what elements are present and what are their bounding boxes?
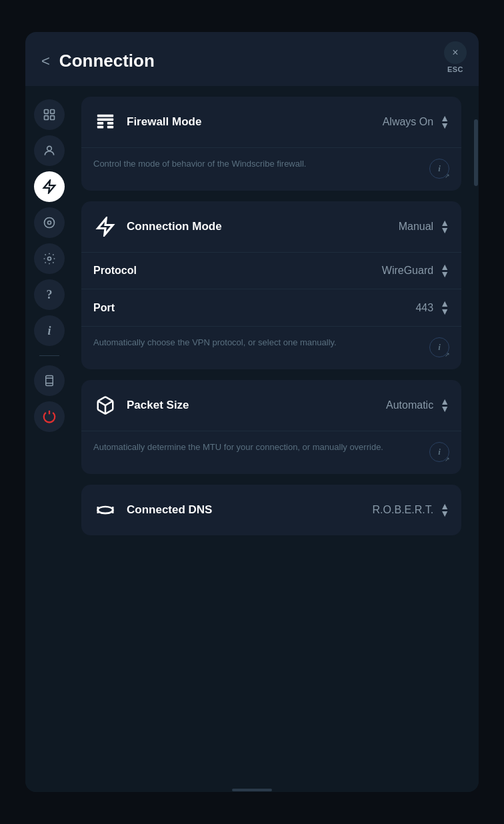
bottom-thumb [232, 789, 272, 791]
sidebar-item-robert[interactable] [34, 207, 65, 238]
page-title: Connection [59, 51, 155, 71]
firewall-mode-value-group: Always On ▲ ▼ [383, 115, 449, 129]
svg-rect-2 [45, 116, 49, 120]
svg-rect-11 [97, 115, 113, 117]
connection-mode-desc-row: Automatically choose the VPN protocol, o… [81, 326, 461, 369]
firewall-mode-info-button[interactable]: i ↗ [429, 159, 449, 179]
firewall-mode-description: Control the mode of behavior of the Wind… [93, 157, 421, 171]
protocol-value: WireGuard [382, 265, 433, 277]
packet-size-card: Packet Size Automatic ▲ ▼ Automatically … [81, 380, 461, 474]
svg-rect-15 [97, 126, 103, 129]
port-value-group: 443 ▲ ▼ [415, 300, 449, 315]
firewall-mode-value: Always On [383, 116, 433, 128]
info-icon-label: i [438, 163, 441, 174]
firewall-mode-desc-row: Control the mode of behavior of the Wind… [81, 147, 461, 191]
sidebar-item-settings[interactable] [34, 243, 65, 274]
bottom-scrollbar [25, 788, 479, 792]
svg-point-6 [48, 221, 51, 225]
packet-size-row[interactable]: Packet Size Automatic ▲ ▼ [81, 380, 461, 431]
firewall-mode-chevron: ▲ ▼ [440, 115, 449, 129]
esc-label: ESC [447, 65, 463, 73]
connection-mode-label: Connection Mode [127, 220, 389, 233]
sidebar-divider [39, 355, 59, 356]
connected-dns-label: Connected DNS [127, 503, 363, 517]
svg-point-5 [45, 218, 55, 228]
sidebar-item-locations[interactable] [34, 99, 65, 130]
sidebar: ? i [25, 86, 73, 788]
back-button[interactable]: < [41, 54, 50, 69]
svg-rect-12 [97, 118, 113, 121]
port-value: 443 [415, 302, 433, 314]
connected-dns-row[interactable]: Connected DNS R.O.B.E.R.T. ▲ ▼ [81, 485, 461, 535]
firewall-mode-card: Firewall Mode Always On ▲ ▼ Control the … [81, 97, 461, 191]
connection-mode-card: Connection Mode Manual ▲ ▼ Protocol [81, 201, 461, 369]
protocol-label: Protocol [93, 265, 382, 277]
svg-rect-0 [45, 110, 49, 114]
port-chevron: ▲ ▼ [440, 300, 449, 315]
connected-dns-card: Connected DNS R.O.B.E.R.T. ▲ ▼ [81, 485, 461, 535]
sidebar-item-power[interactable] [34, 401, 65, 432]
dns-icon [93, 498, 117, 522]
packet-icon [93, 393, 117, 417]
close-circle: × [444, 41, 467, 64]
connection-mode-description: Automatically choose the VPN protocol, o… [93, 336, 421, 349]
header: < Connection [25, 32, 479, 86]
packet-size-value: Automatic [386, 399, 433, 411]
protocol-value-group: WireGuard ▲ ▼ [382, 263, 449, 278]
packet-size-desc-row: Automatically determine the MTU for your… [81, 431, 461, 474]
sidebar-item-connection[interactable] [34, 171, 65, 202]
connection-icon [93, 215, 117, 239]
external-link-icon: ↗ [445, 173, 450, 179]
protocol-chevron: ▲ ▼ [440, 263, 449, 278]
connection-mode-value: Manual [399, 221, 433, 233]
scrollbar-track[interactable] [473, 86, 479, 788]
info-icon-label2: i [438, 342, 441, 353]
external-link-icon3: ↗ [445, 456, 450, 463]
sidebar-item-about[interactable]: i [34, 315, 65, 346]
svg-rect-3 [51, 116, 55, 120]
connected-dns-value-group: R.O.B.E.R.T. ▲ ▼ [373, 503, 449, 517]
sidebar-item-help[interactable]: ? [34, 279, 65, 310]
svg-rect-16 [107, 126, 113, 129]
connected-dns-value: R.O.B.E.R.T. [373, 504, 434, 516]
connected-dns-chevron: ▲ ▼ [440, 503, 449, 517]
port-label: Port [93, 302, 415, 314]
packet-size-label: Packet Size [127, 399, 377, 412]
main-content: Firewall Mode Always On ▲ ▼ Control the … [73, 86, 473, 788]
svg-rect-14 [107, 122, 113, 125]
body: ? i [25, 86, 479, 788]
firewall-mode-row[interactable]: Firewall Mode Always On ▲ ▼ [81, 97, 461, 147]
sidebar-item-debug[interactable] [34, 365, 65, 396]
port-row[interactable]: Port 443 ▲ ▼ [81, 289, 461, 325]
packet-size-value-group: Automatic ▲ ▼ [386, 398, 449, 413]
firewall-mode-label: Firewall Mode [127, 115, 373, 129]
connection-mode-chevron: ▲ ▼ [440, 219, 449, 234]
svg-point-7 [48, 257, 51, 261]
connection-mode-value-group: Manual ▲ ▼ [399, 219, 449, 234]
svg-point-4 [47, 146, 52, 151]
svg-rect-13 [97, 122, 103, 125]
protocol-row[interactable]: Protocol WireGuard ▲ ▼ [81, 252, 461, 289]
close-icon: × [452, 47, 458, 59]
svg-rect-1 [51, 110, 55, 114]
close-button[interactable]: × ESC [444, 41, 467, 73]
info-icon-label3: i [438, 447, 441, 457]
sidebar-item-account[interactable] [34, 135, 65, 166]
connection-mode-info-button[interactable]: i ↗ [429, 337, 449, 357]
packet-size-info-button[interactable]: i ↗ [429, 442, 449, 462]
svg-rect-8 [46, 376, 53, 386]
connection-mode-row[interactable]: Connection Mode Manual ▲ ▼ [81, 201, 461, 252]
packet-size-description: Automatically determine the MTU for your… [93, 441, 421, 454]
firewall-icon [93, 110, 117, 134]
packet-size-chevron: ▲ ▼ [440, 398, 449, 413]
external-link-icon2: ↗ [445, 351, 450, 358]
scrollbar-thumb [474, 119, 478, 186]
